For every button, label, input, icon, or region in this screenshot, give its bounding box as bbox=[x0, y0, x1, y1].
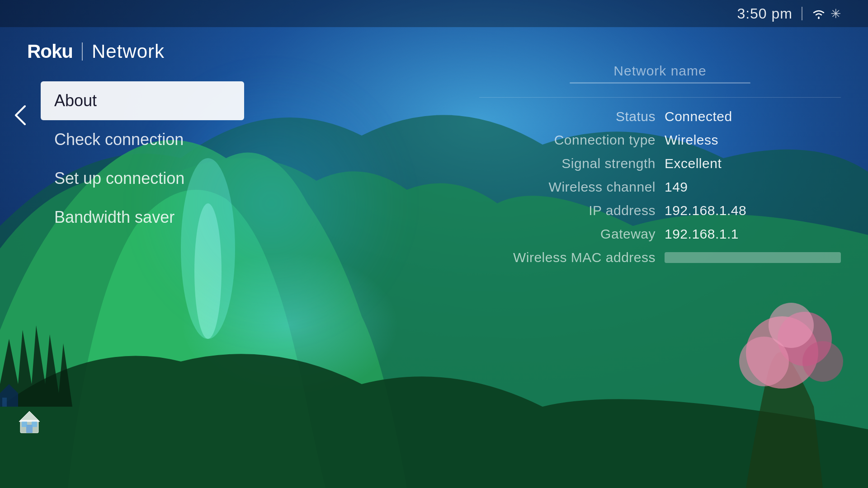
top-bar: 3:50 pm ✳ bbox=[0, 0, 868, 27]
roku-logo: Roku bbox=[27, 41, 73, 62]
info-row-gateway: Gateway 192.168.1.1 bbox=[479, 226, 841, 242]
menu-item-bandwidth-saver[interactable]: Bandwidth saver bbox=[41, 198, 244, 237]
svg-rect-15 bbox=[26, 425, 33, 433]
info-separator bbox=[479, 97, 841, 98]
wireless-channel-label: Wireless channel bbox=[479, 179, 656, 195]
connection-type-value: Wireless bbox=[665, 132, 841, 148]
menu-item-setup-connection[interactable]: Set up connection bbox=[41, 159, 244, 198]
status-value: Connected bbox=[665, 109, 841, 124]
svg-point-12 bbox=[818, 17, 820, 19]
menu-item-about[interactable]: About bbox=[41, 81, 244, 120]
page-header: Roku Network bbox=[27, 27, 165, 71]
info-row-mac-address: Wireless MAC address bbox=[479, 250, 841, 265]
network-name-value-blurred bbox=[570, 82, 750, 84]
svg-point-8 bbox=[802, 341, 843, 382]
menu-item-check-connection[interactable]: Check connection bbox=[41, 120, 244, 159]
back-button[interactable] bbox=[14, 104, 27, 131]
top-bar-divider bbox=[802, 7, 802, 20]
wifi-icon bbox=[811, 7, 826, 20]
home-icon bbox=[18, 409, 41, 434]
ip-address-value: 192.168.1.48 bbox=[665, 203, 841, 218]
right-panel: Network name Status Connected Connection… bbox=[479, 63, 841, 273]
network-name-label: Network name bbox=[479, 63, 841, 79]
info-row-connection-type: Connection type Wireless bbox=[479, 132, 841, 148]
ip-address-label: IP address bbox=[479, 203, 656, 218]
svg-rect-11 bbox=[2, 398, 7, 407]
info-row-ip-address: IP address 192.168.1.48 bbox=[479, 203, 841, 218]
gateway-label: Gateway bbox=[479, 226, 656, 242]
header-divider bbox=[82, 42, 83, 61]
svg-rect-16 bbox=[22, 422, 27, 427]
info-row-signal-strength: Signal strength Excellent bbox=[479, 156, 841, 171]
signal-strength-value: Excellent bbox=[665, 156, 841, 171]
mac-address-value-blurred bbox=[665, 252, 841, 263]
info-row-status: Status Connected bbox=[479, 109, 841, 124]
svg-point-7 bbox=[769, 303, 814, 348]
menu-items-list: About Check connection Set up connection… bbox=[41, 81, 244, 237]
home-icon-area bbox=[18, 409, 41, 434]
mac-address-label: Wireless MAC address bbox=[479, 250, 656, 265]
wireless-channel-value: 149 bbox=[665, 179, 841, 195]
connection-type-label: Connection type bbox=[479, 132, 656, 148]
signal-strength-label: Signal strength bbox=[479, 156, 656, 171]
svg-marker-14 bbox=[19, 411, 40, 422]
info-row-wireless-channel: Wireless channel 149 bbox=[479, 179, 841, 195]
clock: 3:50 pm bbox=[737, 5, 793, 22]
asterisk-icon: ✳ bbox=[830, 6, 841, 21]
svg-rect-17 bbox=[32, 422, 37, 427]
status-label: Status bbox=[479, 109, 656, 124]
page-title: Network bbox=[92, 41, 165, 62]
left-menu: About Check connection Set up connection… bbox=[18, 81, 244, 237]
gateway-value: 192.168.1.1 bbox=[665, 226, 841, 242]
status-icons: ✳ bbox=[811, 6, 841, 21]
